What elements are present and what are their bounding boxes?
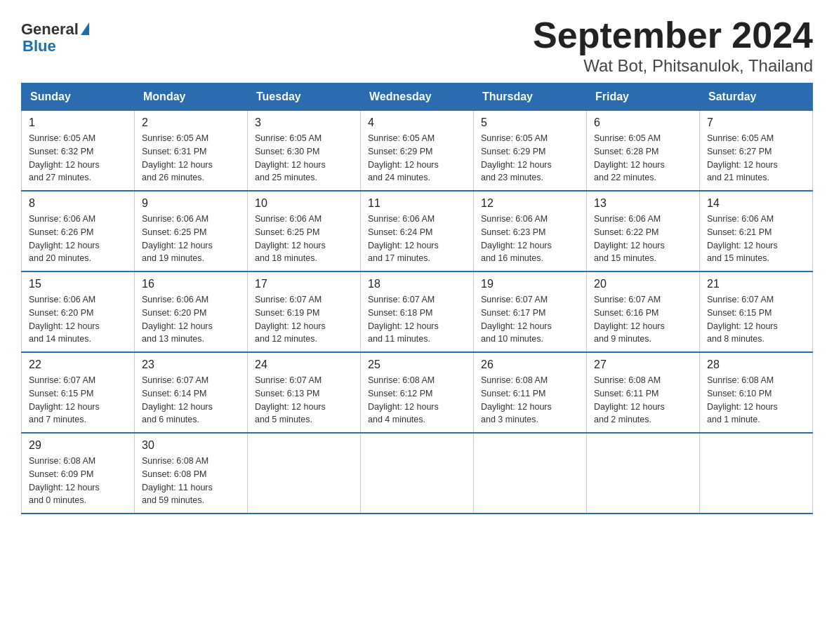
day-number: 27 — [594, 358, 692, 371]
sunrise-label: Sunrise: 6:05 AM — [255, 133, 322, 143]
sunset-label: Sunset: 6:11 PM — [481, 389, 545, 398]
daylight-minutes: and 12 minutes. — [255, 334, 317, 344]
day-number: 13 — [594, 197, 692, 210]
daylight-label: Daylight: 12 hours — [29, 321, 100, 331]
day-info: Sunrise: 6:07 AM Sunset: 6:15 PM Dayligh… — [29, 374, 127, 427]
daylight-label: Daylight: 12 hours — [707, 160, 778, 170]
sunset-label: Sunset: 6:20 PM — [29, 308, 93, 318]
sunset-label: Sunset: 6:31 PM — [142, 147, 206, 156]
title-block: September 2024 Wat Bot, Phitsanulok, Tha… — [533, 14, 813, 76]
daylight-label: Daylight: 12 hours — [255, 160, 326, 170]
sunset-label: Sunset: 6:16 PM — [594, 308, 658, 318]
day-info: Sunrise: 6:08 AM Sunset: 6:11 PM Dayligh… — [594, 374, 692, 427]
daylight-label: Daylight: 12 hours — [594, 321, 665, 331]
day-info: Sunrise: 6:08 AM Sunset: 6:09 PM Dayligh… — [29, 455, 127, 507]
day-info: Sunrise: 6:05 AM Sunset: 6:31 PM Dayligh… — [142, 132, 240, 185]
day-info: Sunrise: 6:07 AM Sunset: 6:14 PM Dayligh… — [142, 374, 240, 427]
sunset-label: Sunset: 6:19 PM — [255, 308, 319, 318]
calendar-cell: 30 Sunrise: 6:08 AM Sunset: 6:08 PM Dayl… — [135, 433, 248, 514]
calendar-cell: 2 Sunrise: 6:05 AM Sunset: 6:31 PM Dayli… — [135, 111, 248, 192]
calendar-week-row: 8 Sunrise: 6:06 AM Sunset: 6:26 PM Dayli… — [22, 191, 813, 271]
day-info: Sunrise: 6:06 AM Sunset: 6:24 PM Dayligh… — [368, 213, 466, 265]
calendar-cell: 15 Sunrise: 6:06 AM Sunset: 6:20 PM Dayl… — [22, 271, 135, 352]
daylight-minutes: and 15 minutes. — [707, 253, 769, 263]
sunset-label: Sunset: 6:11 PM — [594, 389, 658, 398]
daylight-label: Daylight: 12 hours — [142, 321, 213, 331]
day-info: Sunrise: 6:07 AM Sunset: 6:13 PM Dayligh… — [255, 374, 353, 427]
daylight-minutes: and 16 minutes. — [481, 253, 543, 263]
sunrise-label: Sunrise: 6:06 AM — [142, 295, 208, 304]
daylight-label: Daylight: 12 hours — [481, 160, 552, 170]
sunset-label: Sunset: 6:18 PM — [368, 308, 432, 318]
sunrise-label: Sunrise: 6:08 AM — [368, 375, 435, 385]
day-number: 1 — [29, 116, 127, 129]
daylight-minutes: and 6 minutes. — [142, 415, 199, 424]
sunset-label: Sunset: 6:13 PM — [255, 389, 319, 398]
day-number: 22 — [29, 358, 127, 371]
calendar-cell — [361, 433, 474, 514]
calendar-cell: 7 Sunrise: 6:05 AM Sunset: 6:27 PM Dayli… — [700, 111, 813, 192]
daylight-minutes: and 2 minutes. — [594, 415, 651, 424]
daylight-label: Daylight: 12 hours — [142, 402, 213, 412]
calendar-cell: 17 Sunrise: 6:07 AM Sunset: 6:19 PM Dayl… — [248, 271, 361, 352]
daylight-label: Daylight: 12 hours — [594, 241, 665, 250]
sunrise-label: Sunrise: 6:05 AM — [368, 133, 435, 143]
sunset-label: Sunset: 6:17 PM — [481, 308, 545, 318]
sunset-label: Sunset: 6:24 PM — [368, 227, 432, 237]
day-info: Sunrise: 6:06 AM Sunset: 6:26 PM Dayligh… — [29, 213, 127, 265]
daylight-minutes: and 21 minutes. — [707, 173, 769, 182]
weekday-header-row: SundayMondayTuesdayWednesdayThursdayFrid… — [22, 83, 813, 111]
daylight-minutes: and 4 minutes. — [368, 415, 425, 424]
day-info: Sunrise: 6:06 AM Sunset: 6:25 PM Dayligh… — [142, 213, 240, 265]
sunset-label: Sunset: 6:29 PM — [368, 147, 432, 156]
day-number: 15 — [29, 278, 127, 290]
day-number: 11 — [368, 197, 466, 210]
day-number: 30 — [142, 439, 240, 452]
daylight-label: Daylight: 12 hours — [707, 321, 778, 331]
calendar-cell: 9 Sunrise: 6:06 AM Sunset: 6:25 PM Dayli… — [135, 191, 248, 271]
calendar-week-row: 22 Sunrise: 6:07 AM Sunset: 6:15 PM Dayl… — [22, 352, 813, 433]
calendar-cell: 6 Sunrise: 6:05 AM Sunset: 6:28 PM Dayli… — [587, 111, 700, 192]
day-number: 21 — [707, 278, 805, 290]
daylight-minutes: and 59 minutes. — [142, 495, 204, 505]
daylight-minutes: and 20 minutes. — [29, 253, 91, 263]
day-number: 25 — [368, 358, 466, 371]
daylight-label: Daylight: 12 hours — [255, 241, 326, 250]
daylight-label: Daylight: 12 hours — [594, 160, 665, 170]
calendar-week-row: 15 Sunrise: 6:06 AM Sunset: 6:20 PM Dayl… — [22, 271, 813, 352]
calendar-table: SundayMondayTuesdayWednesdayThursdayFrid… — [21, 83, 813, 514]
day-number: 6 — [594, 116, 692, 129]
day-number: 23 — [142, 358, 240, 371]
sunset-label: Sunset: 6:27 PM — [707, 147, 772, 156]
sunrise-label: Sunrise: 6:06 AM — [29, 295, 95, 304]
day-number: 8 — [29, 197, 127, 210]
day-number: 5 — [481, 116, 579, 129]
day-number: 14 — [707, 197, 805, 210]
sunrise-label: Sunrise: 6:08 AM — [594, 375, 661, 385]
sunrise-label: Sunrise: 6:07 AM — [29, 375, 95, 385]
daylight-label: Daylight: 12 hours — [255, 402, 326, 412]
sunset-label: Sunset: 6:23 PM — [481, 227, 545, 237]
daylight-minutes: and 17 minutes. — [368, 253, 430, 263]
day-number: 12 — [481, 197, 579, 210]
day-number: 29 — [29, 439, 127, 452]
daylight-label: Daylight: 11 hours — [142, 483, 213, 492]
daylight-label: Daylight: 12 hours — [594, 402, 665, 412]
daylight-label: Daylight: 12 hours — [142, 160, 213, 170]
day-info: Sunrise: 6:05 AM Sunset: 6:28 PM Dayligh… — [594, 132, 692, 185]
calendar-cell: 10 Sunrise: 6:06 AM Sunset: 6:25 PM Dayl… — [248, 191, 361, 271]
calendar-week-row: 1 Sunrise: 6:05 AM Sunset: 6:32 PM Dayli… — [22, 111, 813, 192]
sunrise-label: Sunrise: 6:07 AM — [707, 295, 774, 304]
day-number: 26 — [481, 358, 579, 371]
sunrise-label: Sunrise: 6:07 AM — [255, 375, 322, 385]
daylight-label: Daylight: 12 hours — [368, 321, 439, 331]
weekday-header: Monday — [135, 83, 248, 111]
day-number: 20 — [594, 278, 692, 290]
daylight-minutes: and 15 minutes. — [594, 253, 656, 263]
calendar-cell: 12 Sunrise: 6:06 AM Sunset: 6:23 PM Dayl… — [474, 191, 587, 271]
daylight-minutes: and 19 minutes. — [142, 253, 204, 263]
day-number: 19 — [481, 278, 579, 290]
sunrise-label: Sunrise: 6:06 AM — [707, 214, 774, 224]
sunrise-label: Sunrise: 6:08 AM — [707, 375, 774, 385]
sunset-label: Sunset: 6:28 PM — [594, 147, 658, 156]
